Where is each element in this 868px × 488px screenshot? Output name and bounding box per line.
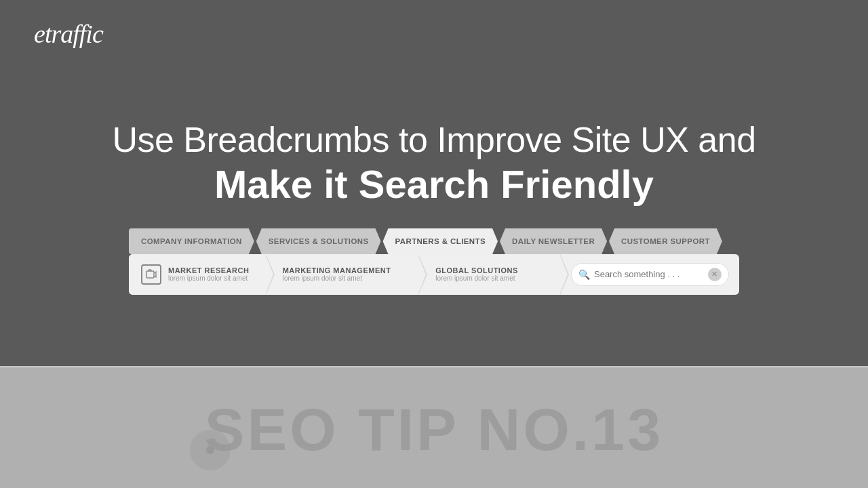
tabs-and-breadcrumb: COMPANY INFORMATION SERVICES & SOLUTIONS… [129, 228, 739, 295]
tab-services[interactable]: SERVICES & SOLUTIONS [256, 228, 381, 254]
breadcrumb-item-marketing[interactable]: MARKETING MANAGEMENT lorem ipsum dolor s… [267, 254, 420, 295]
bottom-section: SEO TIP NO.13 [0, 369, 868, 488]
breadcrumb-container: MARKET RESEARCH lorem ipsum dolor sit am… [129, 254, 739, 295]
arrow-3 [559, 254, 568, 295]
hero-line2: Make it Search Friendly [214, 161, 654, 208]
marketing-management-text: MARKETING MANAGEMENT lorem ipsum dolor s… [283, 266, 391, 282]
search-clear-button[interactable]: ✕ [708, 268, 722, 281]
hero-line1: Use Breadcrumbs to Improve Site UX and [112, 119, 755, 161]
logo-area: etraffic [0, 0, 137, 68]
breadcrumb-item-market[interactable]: MARKET RESEARCH lorem ipsum dolor sit am… [129, 254, 267, 295]
tab-company[interactable]: COMPANY INFORMATION [129, 228, 254, 254]
svg-rect-0 [146, 271, 154, 278]
arrow-2 [418, 254, 426, 295]
top-section: etraffic Use Breadcrumbs to Improve Site… [0, 0, 868, 366]
search-input[interactable] [594, 269, 708, 279]
logo: etraffic [34, 19, 103, 49]
search-icon: 🔍 [578, 269, 590, 280]
global-solutions-text: GLOBAL SOLUTIONS lorem ipsum dolor sit a… [435, 266, 517, 282]
tab-newsletter[interactable]: DAILY NEWSLETTER [500, 228, 607, 254]
market-research-icon [141, 264, 161, 285]
seo-tip-text: SEO TIP NO.13 [205, 395, 663, 464]
search-box: 🔍 ✕ [571, 263, 729, 286]
search-item: 🔍 ✕ [561, 263, 739, 286]
nav-tabs-row: COMPANY INFORMATION SERVICES & SOLUTIONS… [129, 228, 739, 254]
market-research-text: MARKET RESEARCH lorem ipsum dolor sit am… [168, 266, 249, 282]
tab-partners[interactable]: PARTNERS & CLIENTS [383, 228, 498, 254]
arrow-1 [265, 254, 273, 295]
hero-area: Use Breadcrumbs to Improve Site UX and M… [0, 68, 868, 366]
tab-support[interactable]: CUSTOMER SUPPORT [609, 228, 722, 254]
breadcrumb-item-global[interactable]: GLOBAL SOLUTIONS lorem ipsum dolor sit a… [419, 254, 561, 295]
breadcrumb-bar: MARKET RESEARCH lorem ipsum dolor sit am… [129, 254, 739, 295]
